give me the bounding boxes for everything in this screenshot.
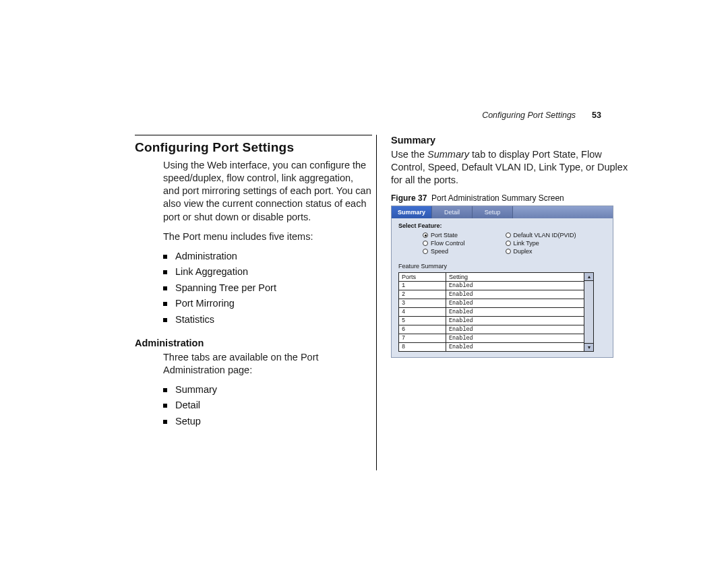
radio-port-state[interactable]: Port State bbox=[423, 232, 465, 239]
th-setting: Setting bbox=[446, 273, 584, 282]
radio-icon bbox=[506, 249, 511, 254]
td-setting: Enabled bbox=[446, 325, 584, 334]
select-feature-label: Select Feature: bbox=[398, 222, 606, 229]
scroll-down-icon[interactable]: ▾ bbox=[584, 343, 593, 351]
table-row: 5Enabled bbox=[399, 317, 584, 325]
radio-label: Flow Control bbox=[431, 240, 465, 247]
list-item: Summary bbox=[163, 383, 372, 397]
em-summary: Summary bbox=[427, 149, 469, 160]
summary-paragraph: Use the Summary tab to display Port Stat… bbox=[391, 148, 628, 187]
column-divider bbox=[376, 135, 377, 470]
page-number: 53 bbox=[592, 111, 601, 120]
list-item: Setup bbox=[163, 415, 372, 429]
radio-label: Duplex bbox=[514, 248, 533, 255]
tab-bar: Summary Detail Setup bbox=[392, 206, 613, 218]
tab-summary[interactable]: Summary bbox=[392, 206, 432, 218]
radio-label: Link Type bbox=[514, 240, 539, 247]
radio-icon bbox=[506, 232, 511, 238]
radio-label: Port State bbox=[431, 232, 458, 239]
radio-col-left: Port State Flow Control Speed bbox=[423, 232, 465, 255]
td-port: 4 bbox=[399, 308, 446, 317]
subheading-summary: Summary bbox=[391, 135, 628, 146]
scroll-up-icon[interactable]: ▴ bbox=[584, 273, 593, 281]
figure-title: Port Administration Summary Screen bbox=[431, 193, 564, 203]
left-body: Using the Web interface, you can configu… bbox=[163, 159, 372, 327]
right-column: Summary Use the Summary tab to display P… bbox=[391, 135, 628, 358]
td-port: 7 bbox=[399, 334, 446, 343]
td-port: 1 bbox=[399, 282, 446, 290]
select-feature-panel: Select Feature: Port State Flow Control … bbox=[392, 218, 613, 256]
table-row: 7Enabled bbox=[399, 334, 584, 343]
td-setting: Enabled bbox=[446, 308, 584, 317]
screenshot-panel: Summary Detail Setup Select Feature: Por… bbox=[391, 206, 613, 358]
td-setting: Enabled bbox=[446, 317, 584, 325]
figure-caption: Figure 37 Port Administration Summary Sc… bbox=[391, 193, 628, 203]
radio-icon bbox=[423, 249, 428, 254]
text: Use the bbox=[391, 149, 427, 160]
list-item: Statistics bbox=[163, 313, 372, 327]
running-title: Configuring Port Settings bbox=[482, 111, 576, 120]
tab-setup[interactable]: Setup bbox=[473, 206, 513, 218]
page: Configuring Port Settings 53 Configuring… bbox=[0, 0, 728, 562]
table-row: 2Enabled bbox=[399, 290, 584, 299]
radio-label: Speed bbox=[431, 248, 448, 255]
list-item: Spanning Tree per Port bbox=[163, 282, 372, 295]
list-item: Link Aggregation bbox=[163, 266, 372, 279]
radio-icon bbox=[423, 241, 428, 246]
scrollbar[interactable]: ▴ ▾ bbox=[584, 272, 594, 352]
td-port: 5 bbox=[399, 317, 446, 325]
radio-icon bbox=[506, 241, 511, 246]
list-item: Detail bbox=[163, 399, 372, 412]
figure-label: Figure 37 bbox=[391, 193, 427, 203]
ports-table: Ports Setting 1Enabled 2Enabled 3Enabled… bbox=[398, 272, 584, 352]
table-header-row: Ports Setting bbox=[399, 273, 584, 282]
intro-paragraph: Using the Web interface, you can configu… bbox=[163, 159, 372, 224]
admin-lead: Three tabs are available on the Port Adm… bbox=[163, 351, 372, 377]
admin-tabs-list: Summary Detail Setup bbox=[163, 383, 372, 429]
admin-body: Three tabs are available on the Port Adm… bbox=[163, 351, 372, 429]
port-menu-list: Administration Link Aggregation Spanning… bbox=[163, 250, 372, 327]
table-wrap: Ports Setting 1Enabled 2Enabled 3Enabled… bbox=[398, 272, 606, 352]
td-port: 6 bbox=[399, 325, 446, 334]
radio-col-right: Default VLAN ID(PVID) Link Type Duplex bbox=[506, 232, 576, 255]
td-port: 2 bbox=[399, 290, 446, 299]
td-setting: Enabled bbox=[446, 343, 584, 352]
td-port: 3 bbox=[399, 299, 446, 308]
radio-groups: Port State Flow Control Speed Default VL… bbox=[398, 232, 606, 255]
radio-default-vlan[interactable]: Default VLAN ID(PVID) bbox=[506, 232, 576, 239]
section-heading: Configuring Port Settings bbox=[135, 140, 372, 155]
feature-summary-label: Feature Summary bbox=[398, 263, 613, 270]
radio-flow-control[interactable]: Flow Control bbox=[423, 240, 465, 247]
tab-detail[interactable]: Detail bbox=[432, 206, 473, 218]
list-item: Port Mirroring bbox=[163, 297, 372, 311]
radio-duplex[interactable]: Duplex bbox=[506, 248, 576, 255]
td-setting: Enabled bbox=[446, 299, 584, 308]
radio-icon bbox=[423, 232, 428, 238]
table-row: 8Enabled bbox=[399, 343, 584, 352]
left-column: Configuring Port Settings Using the Web … bbox=[135, 135, 372, 435]
table-row: 1Enabled bbox=[399, 282, 584, 290]
th-ports: Ports bbox=[399, 273, 446, 282]
table-row: 6Enabled bbox=[399, 325, 584, 334]
subheading-administration: Administration bbox=[135, 338, 372, 348]
table-row: 3Enabled bbox=[399, 299, 584, 308]
td-setting: Enabled bbox=[446, 290, 584, 299]
radio-speed[interactable]: Speed bbox=[423, 248, 465, 255]
td-setting: Enabled bbox=[446, 334, 584, 343]
td-port: 8 bbox=[399, 343, 446, 352]
table-row: 4Enabled bbox=[399, 308, 584, 317]
td-setting: Enabled bbox=[446, 282, 584, 290]
menu-lead: The Port menu includes five items: bbox=[163, 230, 372, 243]
tab-spacer bbox=[513, 206, 613, 218]
radio-link-type[interactable]: Link Type bbox=[506, 240, 576, 247]
list-item: Administration bbox=[163, 250, 372, 263]
running-header: Configuring Port Settings 53 bbox=[482, 111, 601, 120]
radio-label: Default VLAN ID(PVID) bbox=[514, 232, 576, 239]
